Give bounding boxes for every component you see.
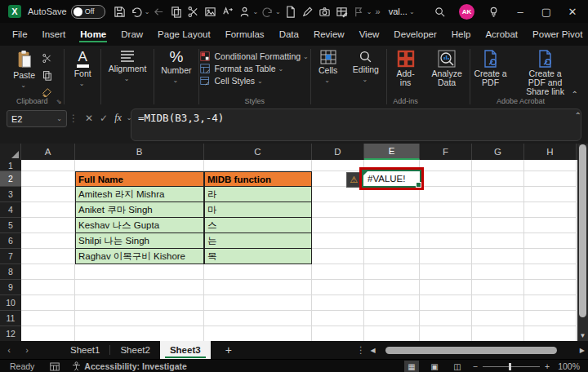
sheet-menu-dots-icon[interactable]: ⋮: [356, 344, 366, 356]
row-header-10[interactable]: 10: [0, 295, 21, 311]
camera-icon[interactable]: [317, 4, 332, 20]
document-title[interactable]: val... ⌄: [389, 7, 415, 16]
cell-c3[interactable]: 라: [204, 187, 312, 202]
excel-logo-icon[interactable]: X: [8, 5, 21, 18]
sheet-tab-sheet3[interactable]: Sheet3: [160, 341, 211, 359]
cell-e4[interactable]: [364, 202, 420, 218]
insert-function-button[interactable]: fx: [114, 112, 122, 124]
cell-a4[interactable]: [21, 202, 75, 218]
tab-review[interactable]: Review: [306, 25, 352, 43]
accessibility-status[interactable]: Accessibility: Investigate: [72, 361, 186, 371]
editing-button[interactable]: Editing ⌄: [349, 48, 383, 85]
tab-help[interactable]: Help: [444, 25, 479, 43]
tab-acrobat[interactable]: Acrobat: [478, 25, 525, 43]
close-button[interactable]: ✕: [565, 6, 580, 18]
cell-d10[interactable]: [312, 295, 364, 311]
cell-d9[interactable]: [312, 280, 364, 295]
fill-handle[interactable]: [416, 182, 421, 188]
cell-e11[interactable]: [364, 311, 420, 326]
sheet-tab-sheet1[interactable]: Sheet1: [60, 341, 109, 359]
cell-f4[interactable]: [420, 202, 472, 218]
hscroll-right-icon[interactable]: ▶: [580, 347, 585, 354]
horizontal-scrollbar-thumb[interactable]: [385, 347, 557, 354]
row-header-9[interactable]: 9: [0, 280, 21, 295]
cell-c1[interactable]: [204, 160, 312, 171]
sheet-tab-sheet2[interactable]: Sheet2: [110, 341, 159, 359]
row-header-8[interactable]: 8: [0, 264, 21, 280]
cell-h4[interactable]: [524, 202, 577, 218]
create-pdf-button[interactable]: Create a PDF: [469, 48, 513, 98]
column-header-a[interactable]: A: [21, 144, 75, 160]
tab-draw[interactable]: Draw: [114, 25, 150, 43]
cell-h1[interactable]: [524, 160, 577, 171]
cell-d1[interactable]: [312, 160, 364, 171]
cell-f5[interactable]: [420, 218, 472, 233]
cell-b10[interactable]: [75, 295, 204, 311]
cell-d4[interactable]: [312, 202, 364, 218]
cell-g12[interactable]: [472, 326, 524, 341]
column-header-e[interactable]: E: [364, 144, 420, 160]
vertical-scrollbar[interactable]: ▼: [577, 144, 588, 341]
cell-f6[interactable]: [420, 233, 472, 249]
collapse-ribbon-icon[interactable]: ⌃: [572, 46, 588, 108]
scroll-down-icon[interactable]: ▼: [577, 332, 588, 339]
minimize-button[interactable]: –: [513, 6, 528, 18]
pen-icon[interactable]: [300, 4, 315, 20]
row-header-4[interactable]: 4: [0, 202, 21, 218]
cell-g8[interactable]: [472, 264, 524, 280]
cell-g4[interactable]: [472, 202, 524, 218]
start-icon[interactable]: [351, 4, 367, 20]
cell-h8[interactable]: [524, 264, 577, 280]
undo-icon[interactable]: [129, 4, 145, 20]
cell-c6[interactable]: 는: [204, 233, 312, 249]
cell-f3[interactable]: [420, 187, 472, 202]
conditional-formatting-button[interactable]: Conditional Formatting⌄: [200, 51, 308, 61]
cell-h2[interactable]: [524, 171, 577, 187]
tab-insert[interactable]: Insert: [35, 25, 74, 43]
page-layout-view-button[interactable]: ▣: [427, 361, 442, 372]
lightbulb-icon[interactable]: [486, 4, 501, 20]
cell-h7[interactable]: [524, 249, 577, 264]
select-all-button[interactable]: [0, 144, 21, 160]
sheet-nav-left-icon[interactable]: ‹: [0, 345, 18, 355]
cell-a8[interactable]: [21, 264, 75, 280]
vertical-scrollbar-thumb[interactable]: [579, 144, 586, 317]
font-button[interactable]: A Font ⌄: [70, 48, 96, 89]
tab-data[interactable]: Data: [272, 25, 306, 43]
cell-e8[interactable]: [364, 264, 420, 280]
cell-d6[interactable]: [312, 233, 364, 249]
cell-b5[interactable]: Keshav 나스 Gupta: [75, 218, 204, 233]
cell-g2[interactable]: [472, 171, 524, 187]
avatar[interactable]: AK: [459, 4, 474, 20]
picture-icon[interactable]: [203, 4, 218, 20]
cell-f8[interactable]: [420, 264, 472, 280]
cell-d5[interactable]: [312, 218, 364, 233]
column-header-f[interactable]: F: [420, 144, 472, 160]
cell-b3[interactable]: Amitesh 라지 Mishra: [75, 187, 204, 202]
cell-c2[interactable]: MIDB function: [204, 171, 312, 187]
zoom-slider[interactable]: − +: [473, 361, 550, 371]
dialog-launcher-icon[interactable]: ⇘: [56, 98, 62, 105]
cell-a12[interactable]: [21, 326, 75, 341]
cell-a3[interactable]: [21, 187, 75, 202]
cell-g9[interactable]: [472, 280, 524, 295]
cell-a2[interactable]: [21, 171, 75, 187]
cell-f11[interactable]: [420, 311, 472, 326]
copy-icon[interactable]: [168, 4, 184, 20]
cell-b6[interactable]: Shilpi 나는 Singh: [75, 233, 204, 249]
maximize-button[interactable]: ▢: [539, 6, 554, 18]
enter-formula-button[interactable]: ✓: [100, 113, 108, 124]
tab-view[interactable]: View: [352, 25, 387, 43]
column-header-d[interactable]: D: [312, 144, 364, 160]
chevron-down-icon[interactable]: ⌄: [367, 8, 372, 16]
row-header-1[interactable]: 1: [0, 160, 21, 171]
paste-button[interactable]: Paste ⌄: [9, 48, 39, 100]
cell-c12[interactable]: [204, 326, 312, 341]
back-icon[interactable]: [151, 4, 167, 20]
translate-icon[interactable]: [220, 4, 235, 20]
chevron-down-icon[interactable]: ⌄: [252, 8, 258, 16]
cell-a6[interactable]: [21, 233, 75, 249]
cell-d11[interactable]: [312, 311, 364, 326]
chevron-down-icon[interactable]: ⌄: [145, 8, 150, 16]
cell-g5[interactable]: [472, 218, 524, 233]
